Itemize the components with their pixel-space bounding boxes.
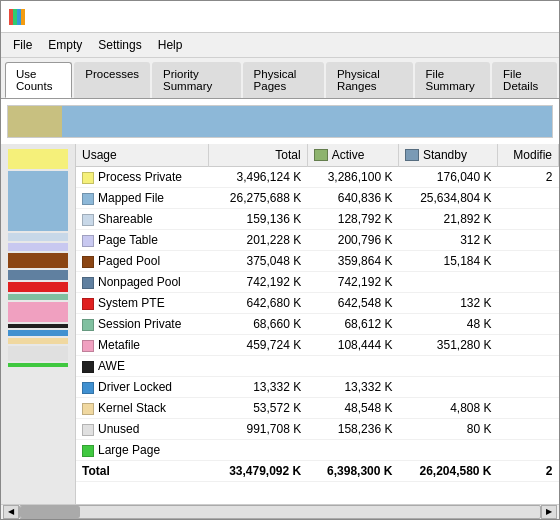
- usage-cell: Shareable: [76, 209, 208, 230]
- active-cell: 128,792 K: [307, 209, 398, 230]
- active-cell: [307, 440, 398, 461]
- table-row: Kernel Stack53,572 K48,548 K4,808 K: [76, 398, 559, 419]
- total-cell: 68,660 K: [208, 314, 307, 335]
- standby-cell: 25,634,804 K: [398, 188, 497, 209]
- tab-bar: Use CountsProcessesPriority SummaryPhysi…: [1, 58, 559, 99]
- chart-segment: [8, 106, 62, 137]
- svg-rect-3: [21, 9, 25, 25]
- table-row: System PTE642,680 K642,548 K132 K: [76, 293, 559, 314]
- active-cell: 3,286,100 K: [307, 167, 398, 188]
- usage-cell: Mapped File: [76, 188, 208, 209]
- tab-file-summary[interactable]: File Summary: [415, 62, 491, 98]
- usage-chart: [7, 105, 553, 138]
- usage-cell: Paged Pool: [76, 251, 208, 272]
- usage-cell: System PTE: [76, 293, 208, 314]
- standby-cell: 4,808 K: [398, 398, 497, 419]
- menu-file[interactable]: File: [5, 35, 40, 55]
- menu-empty[interactable]: Empty: [40, 35, 90, 55]
- total-cell: 159,136 K: [208, 209, 307, 230]
- sidebar-bar: [8, 171, 68, 231]
- usage-color-indicator: [82, 256, 94, 268]
- total-cell: [208, 440, 307, 461]
- chart-segment: [62, 106, 552, 137]
- col-header-usage: Usage: [76, 144, 208, 167]
- scrollbar-track[interactable]: [19, 505, 541, 519]
- usage-cell: Metafile: [76, 335, 208, 356]
- usage-color-indicator: [82, 214, 94, 226]
- table-row: Metafile459,724 K108,444 K351,280 K: [76, 335, 559, 356]
- tab-file-details[interactable]: File Details: [492, 62, 557, 98]
- scrollbar-thumb[interactable]: [20, 506, 80, 518]
- sidebar-bar: [8, 282, 68, 292]
- usage-color-indicator: [82, 319, 94, 331]
- usage-color-indicator: [82, 277, 94, 289]
- standby-cell: 176,040 K: [398, 167, 497, 188]
- svg-rect-0: [9, 9, 13, 25]
- table-header-row: UsageTotalActiveStandbyModifie: [76, 144, 559, 167]
- scroll-left-arrow[interactable]: ◀: [3, 505, 19, 519]
- modified-cell: [498, 398, 559, 419]
- usage-cell: Page Table: [76, 230, 208, 251]
- total-cell: 13,332 K: [208, 377, 307, 398]
- total-cell: 375,048 K: [208, 251, 307, 272]
- col-header-standby: Standby: [398, 144, 497, 167]
- svg-rect-2: [17, 9, 21, 25]
- active-cell: 640,836 K: [307, 188, 398, 209]
- content-body: UsageTotalActiveStandbyModifie Process P…: [1, 99, 559, 519]
- usage-cell: Session Private: [76, 314, 208, 335]
- usage-color-indicator: [82, 445, 94, 457]
- standby-cell: 15,184 K: [398, 251, 497, 272]
- sidebar-bar: [8, 243, 68, 251]
- close-button[interactable]: [531, 7, 551, 27]
- active-cell: 68,612 K: [307, 314, 398, 335]
- usage-cell: Nonpaged Pool: [76, 272, 208, 293]
- usage-table: UsageTotalActiveStandbyModifie Process P…: [76, 144, 559, 482]
- col-header-total: Total: [208, 144, 307, 167]
- tab-processes[interactable]: Processes: [74, 62, 150, 98]
- table-row: Driver Locked13,332 K13,332 K: [76, 377, 559, 398]
- table-row: Mapped File26,275,688 K640,836 K25,634,8…: [76, 188, 559, 209]
- minimize-button[interactable]: [483, 7, 503, 27]
- scroll-right-arrow[interactable]: ▶: [541, 505, 557, 519]
- sidebar-bar: [8, 233, 68, 241]
- total-cell: 53,572 K: [208, 398, 307, 419]
- usage-color-indicator: [82, 298, 94, 310]
- col-header-modifie: Modifie: [498, 144, 559, 167]
- tab-priority-summary[interactable]: Priority Summary: [152, 62, 241, 98]
- menubar: FileEmptySettingsHelp: [1, 33, 559, 58]
- sidebar-bar: [8, 338, 68, 344]
- main-window: FileEmptySettingsHelp Use CountsProcesse…: [0, 0, 560, 520]
- modified-cell: 2: [498, 167, 559, 188]
- table-row: Large Page: [76, 440, 559, 461]
- data-table-area[interactable]: UsageTotalActiveStandbyModifie Process P…: [76, 144, 559, 504]
- menu-help[interactable]: Help: [150, 35, 191, 55]
- horizontal-scrollbar[interactable]: ◀ ▶: [1, 504, 559, 519]
- modified-cell: [498, 293, 559, 314]
- menu-settings[interactable]: Settings: [90, 35, 149, 55]
- total-cell: 3,496,124 K: [208, 167, 307, 188]
- table-row: Paged Pool375,048 K359,864 K15,184 K: [76, 251, 559, 272]
- tab-use-counts[interactable]: Use Counts: [5, 62, 72, 98]
- usage-cell: Kernel Stack: [76, 398, 208, 419]
- total-cell: 642,680 K: [208, 293, 307, 314]
- tab-physical-pages[interactable]: Physical Pages: [243, 62, 324, 98]
- usage-color-indicator: [82, 235, 94, 247]
- sidebar-bar: [8, 294, 68, 300]
- sidebar-bar: [8, 149, 68, 169]
- titlebar-left: [9, 9, 31, 25]
- standby-cell: 26,204,580 K: [398, 461, 497, 482]
- standby-cell: 21,892 K: [398, 209, 497, 230]
- total-cell: 991,708 K: [208, 419, 307, 440]
- table-row: Shareable159,136 K128,792 K21,892 K: [76, 209, 559, 230]
- tab-physical-ranges[interactable]: Physical Ranges: [326, 62, 413, 98]
- usage-cell: Process Private: [76, 167, 208, 188]
- maximize-button[interactable]: [507, 7, 527, 27]
- active-cell: 48,548 K: [307, 398, 398, 419]
- usage-color-indicator: [82, 361, 94, 373]
- standby-cell: [398, 356, 497, 377]
- standby-cell: 80 K: [398, 419, 497, 440]
- sidebar-chart: [1, 144, 76, 504]
- active-cell: 642,548 K: [307, 293, 398, 314]
- svg-rect-1: [13, 9, 17, 25]
- table-row: Page Table201,228 K200,796 K312 K: [76, 230, 559, 251]
